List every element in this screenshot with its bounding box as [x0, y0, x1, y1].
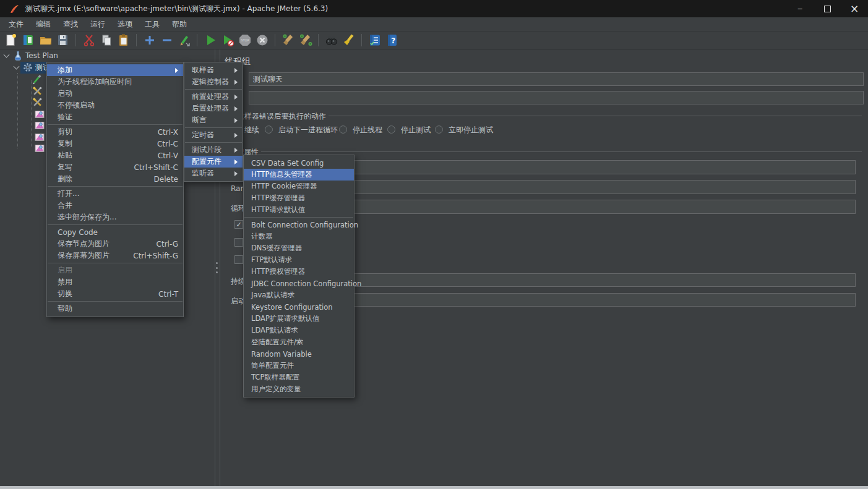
menu-item-逻辑控制器[interactable]: 逻辑控制器	[184, 76, 243, 88]
tree-item-listener[interactable]	[35, 131, 45, 142]
radio-start-next-loop[interactable]	[265, 125, 273, 134]
menu-item-监听器[interactable]: 监听器	[184, 168, 243, 179]
radio-stop-test-now-label[interactable]: 立即停止测试	[449, 125, 493, 135]
clear-all-icon[interactable]	[298, 33, 313, 48]
menu-item-LDAP默认请求[interactable]: LDAP默认请求	[244, 325, 354, 336]
tree-item-config-element[interactable]	[32, 74, 43, 85]
close-button[interactable]	[841, 0, 868, 17]
open-file-icon[interactable]	[38, 33, 53, 48]
new-file-icon[interactable]	[3, 33, 19, 48]
menu-item-后置处理器[interactable]: 后置处理器	[184, 103, 243, 114]
menu-item-选中部分保存为...[interactable]: 选中部分保存为...	[47, 211, 183, 223]
menu-item-Random Variable[interactable]: Random Variable	[244, 348, 354, 360]
comments-input[interactable]	[249, 91, 864, 104]
menu-item-不停顿启动[interactable]: 不停顿启动	[47, 100, 183, 111]
cut-icon[interactable]	[81, 33, 97, 48]
menu-item-JDBC Connection Configuration[interactable]: JDBC Connection Configuration	[244, 278, 354, 289]
name-input[interactable]: 测试聊天	[249, 72, 864, 86]
templates-icon[interactable]	[20, 33, 36, 48]
tree-item-listener[interactable]	[35, 108, 45, 119]
menubar-item-编辑[interactable]: 编辑	[30, 18, 57, 31]
delay-thread-creation-checkbox[interactable]	[234, 238, 243, 247]
splitter-handle[interactable]	[215, 262, 219, 273]
shutdown-icon[interactable]	[254, 33, 270, 48]
radio-start-next-loop-label[interactable]: 启动下一进程循环	[278, 125, 338, 135]
menu-item-为子线程添加响应时间[interactable]: 为子线程添加响应时间	[47, 76, 183, 88]
menubar-item-工具[interactable]: 工具	[139, 18, 166, 31]
start-no-pauses-icon[interactable]	[220, 33, 235, 48]
menu-item-FTP默认请求[interactable]: FTP默认请求	[244, 254, 354, 266]
radio-stop-thread-label[interactable]: 停止线程	[353, 125, 382, 135]
tree-item-processor[interactable]	[32, 85, 43, 96]
start-icon[interactable]	[202, 33, 218, 48]
menu-item-合并[interactable]: 合并	[47, 200, 183, 211]
menu-item-用户定义的变量[interactable]: 用户定义的变量	[244, 383, 354, 395]
menu-item-HTTP授权管理器[interactable]: HTTP授权管理器	[244, 266, 354, 278]
menu-item-切换[interactable]: 切换Ctrl-T	[47, 288, 183, 300]
menu-item-启用[interactable]: 启用	[47, 265, 183, 276]
clear-search-icon[interactable]	[341, 33, 356, 48]
chevron-down-icon[interactable]	[4, 52, 10, 58]
menu-item-DNS缓存管理器[interactable]: DNS缓存管理器	[244, 242, 354, 254]
menu-item-保存屏幕为图片[interactable]: 保存屏幕为图片Ctrl+Shift-G	[47, 250, 183, 262]
save-icon[interactable]	[55, 33, 71, 48]
menu-item-添加[interactable]: 添加	[47, 64, 183, 76]
menu-item-计数器[interactable]: 计数器	[244, 231, 354, 242]
edit-arrow-icon[interactable]	[176, 33, 192, 48]
chevron-down-icon[interactable]	[14, 64, 20, 70]
menu-item-禁用[interactable]: 禁用	[47, 276, 183, 288]
menu-item-定时器[interactable]: 定时器	[184, 129, 243, 141]
copy-icon[interactable]	[98, 33, 114, 48]
radio-stop-test-now[interactable]	[435, 125, 443, 134]
menu-item-保存节点为图片[interactable]: 保存节点为图片Ctrl-G	[47, 238, 183, 250]
menubar-item-文件[interactable]: 文件	[2, 18, 30, 31]
duration-input[interactable]	[285, 273, 856, 287]
menu-item-Keystore Configuration[interactable]: Keystore Configuration	[244, 301, 354, 313]
menu-item-CSV Data Set Config[interactable]: CSV Data Set Config	[244, 157, 354, 169]
radio-continue-label[interactable]: 继续	[244, 125, 259, 135]
function-helper-icon[interactable]	[367, 33, 382, 48]
minimize-button[interactable]	[786, 0, 814, 17]
search-icon[interactable]	[324, 33, 339, 48]
menu-item-粘贴[interactable]: 粘贴Ctrl-V	[47, 150, 183, 161]
remove-icon[interactable]	[159, 33, 174, 48]
tree-item-test-plan[interactable]: Test Plan	[2, 50, 58, 61]
menu-item-LDAP扩展请求默认值[interactable]: LDAP扩展请求默认值	[244, 313, 354, 325]
stop-icon[interactable]: STOP	[237, 33, 252, 48]
startup-delay-input[interactable]	[285, 293, 856, 307]
rampup-input[interactable]	[285, 180, 856, 194]
menu-item-断言[interactable]: 断言	[184, 114, 243, 126]
menubar-item-运行[interactable]: 运行	[84, 18, 111, 31]
menubar-item-帮助[interactable]: 帮助	[166, 18, 193, 31]
menu-item-验证[interactable]: 验证	[47, 111, 183, 123]
same-user-checkbox[interactable]: ✓	[234, 220, 243, 229]
menu-item-帮助[interactable]: 帮助	[47, 303, 183, 315]
radio-stop-thread[interactable]	[339, 125, 347, 134]
radio-stop-test-label[interactable]: 停止测试	[401, 125, 431, 135]
menu-item-Bolt Connection Configuration[interactable]: Bolt Connection Configuration	[244, 219, 354, 231]
add-icon[interactable]	[142, 33, 157, 48]
menu-item-简单配置元件[interactable]: 简单配置元件	[244, 360, 354, 372]
menu-item-登陆配置元件/索[interactable]: 登陆配置元件/索	[244, 336, 354, 348]
menu-item-Java默认请求[interactable]: Java默认请求	[244, 289, 354, 301]
clear-icon[interactable]	[280, 33, 296, 48]
tree-item-listener[interactable]	[35, 142, 45, 153]
tree-item-processor[interactable]	[32, 96, 43, 108]
menu-item-启动[interactable]: 启动	[47, 88, 183, 100]
menu-item-HTTP信息头管理器[interactable]: HTTP信息头管理器	[244, 169, 354, 181]
menu-item-前置处理器[interactable]: 前置处理器	[184, 91, 243, 103]
menubar-item-选项[interactable]: 选项	[111, 18, 139, 31]
threads-input[interactable]	[285, 160, 856, 174]
paste-icon[interactable]	[116, 33, 131, 48]
menu-item-HTTP请求默认值[interactable]: HTTP请求默认值	[244, 204, 354, 216]
menu-item-TCP取样器配置[interactable]: TCP取样器配置	[244, 372, 354, 383]
menu-item-复制[interactable]: 复制Ctrl-C	[47, 138, 183, 150]
tree-item-listener[interactable]	[35, 119, 45, 130]
radio-stop-test[interactable]	[387, 125, 395, 134]
menu-item-复写[interactable]: 复写Ctrl+Shift-C	[47, 161, 183, 173]
help-icon[interactable]: ?	[384, 33, 400, 48]
menu-item-HTTP缓存管理器[interactable]: HTTP缓存管理器	[244, 192, 354, 204]
loop-count-input[interactable]	[285, 200, 856, 214]
menu-item-测试片段[interactable]: 测试片段	[184, 144, 243, 156]
menu-item-剪切[interactable]: 剪切Ctrl-X	[47, 126, 183, 138]
